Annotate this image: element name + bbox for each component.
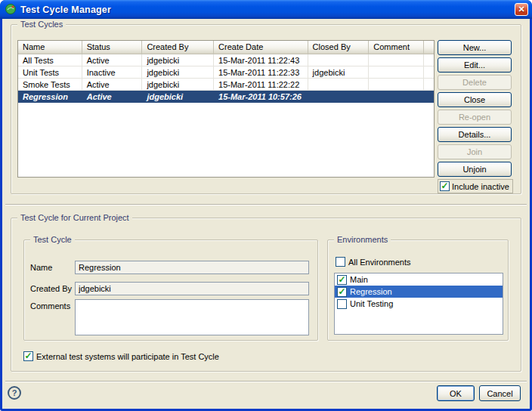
cell-created-by: jdgebicki — [142, 66, 214, 79]
include-inactive-checkbox[interactable]: ✓ Include inactive — [438, 179, 513, 193]
new-button[interactable]: New... — [438, 40, 512, 55]
column-header-closed-by[interactable]: Closed By — [308, 41, 370, 54]
column-header-comment[interactable]: Comment — [369, 41, 424, 54]
table-row[interactable]: Smoke Tests Active jdgebicki 15-Mar-2011… — [18, 79, 434, 91]
current-project-group: Test Cycle for Current Project Test Cycl… — [11, 218, 521, 372]
help-icon: ? — [12, 388, 17, 397]
external-systems-label: External test systems will participate i… — [36, 352, 219, 361]
checkbox-box[interactable]: ✓ — [337, 287, 347, 297]
environments-group-label: Environments — [334, 234, 391, 245]
cell-status: Active — [82, 79, 143, 91]
unjoin-button[interactable]: Unjoin — [438, 162, 512, 177]
test-cycle-detail-group: Test Cycle Name Created By Comments — [23, 239, 318, 341]
check-icon: ✓ — [441, 182, 448, 190]
cell-closed-by — [308, 54, 370, 66]
cell-name: All Tests — [18, 54, 82, 66]
cell-created-by: jdgebicki — [142, 79, 214, 91]
environments-list: ✓ Main ✓ Regression Unit Testing — [334, 273, 503, 335]
checkbox-box: ✓ — [23, 351, 33, 361]
check-icon: ✓ — [24, 352, 32, 360]
external-systems-checkbox[interactable]: ✓ External test systems will participate… — [23, 351, 219, 361]
checkbox-box: ✓ — [440, 181, 450, 191]
table-row[interactable]: All Tests Active jdgebicki 15-Mar-2011 1… — [18, 54, 434, 66]
check-icon: ✓ — [338, 288, 345, 295]
close-button[interactable]: ✕ — [515, 3, 528, 16]
cell-filler — [424, 54, 434, 66]
check-icon: ✓ — [338, 276, 345, 283]
ok-button[interactable]: OK — [437, 385, 475, 401]
current-project-group-label: Test Cycle for Current Project — [17, 212, 132, 223]
table-header-row: Name Status Created By Create Date Close… — [18, 41, 434, 54]
environment-item[interactable]: ✓ Main — [335, 273, 503, 286]
column-header-status[interactable]: Status — [82, 41, 143, 54]
close-cycle-button[interactable]: Close — [438, 92, 512, 107]
cell-created-by: jdgebicki — [142, 54, 214, 66]
environments-group: Environments All Environments ✓ Main ✓ R… — [327, 239, 509, 341]
cell-status: Active — [82, 54, 143, 66]
cell-closed-by: jdgebicki — [308, 66, 370, 79]
checkbox-box — [336, 257, 345, 267]
environment-label: Regression — [350, 287, 392, 296]
all-environments-label: All Environments — [348, 258, 411, 267]
help-button[interactable]: ? — [8, 386, 21, 400]
test-cycles-group: Test Cycles Name Status Created By Creat… — [11, 24, 521, 194]
table-header-corner — [424, 41, 434, 54]
cell-name: Smoke Tests — [18, 79, 82, 91]
name-label: Name — [30, 263, 52, 272]
cell-comment — [369, 66, 424, 79]
environment-label: Unit Testing — [350, 299, 393, 308]
cell-created-by: jdgebicki — [142, 91, 214, 103]
cell-closed-by — [308, 79, 370, 91]
table-row-selected[interactable]: Regression Active jdgebicki 15-Mar-2011 … — [18, 91, 434, 103]
checkbox-box[interactable]: ✓ — [337, 275, 347, 285]
include-inactive-label: Include inactive — [452, 182, 509, 191]
created-by-label: Created By — [30, 284, 72, 293]
test-cycle-detail-group-label: Test Cycle — [30, 234, 75, 245]
cell-create-date: 15-Mar-2011 11:22:33 — [214, 66, 308, 79]
cell-filler — [424, 91, 434, 103]
cell-comment — [369, 91, 424, 103]
cell-filler — [424, 66, 434, 79]
cell-filler — [424, 79, 434, 91]
reopen-button: Re-open — [438, 110, 512, 125]
titlebar[interactable]: Test Cycle Manager ✕ — [0, 0, 532, 19]
cancel-button[interactable]: Cancel — [479, 385, 521, 401]
checkbox-box[interactable] — [337, 299, 347, 309]
comments-field[interactable] — [75, 299, 309, 335]
test-cycles-table: Name Status Created By Create Date Close… — [17, 40, 435, 178]
cell-comment — [369, 54, 424, 66]
dialog-body: Test Cycles Name Status Created By Creat… — [2, 19, 530, 409]
cell-closed-by — [308, 91, 370, 103]
column-header-created-by[interactable]: Created By — [142, 41, 214, 54]
all-environments-checkbox[interactable]: All Environments — [336, 257, 411, 267]
edit-button[interactable]: Edit... — [438, 57, 512, 73]
column-header-create-date[interactable]: Create Date — [214, 41, 308, 54]
cell-name: Regression — [18, 91, 82, 103]
environment-item[interactable]: Unit Testing — [335, 298, 503, 310]
column-header-name[interactable]: Name — [18, 41, 82, 54]
cell-name: Unit Tests — [18, 66, 82, 79]
name-field[interactable] — [75, 261, 309, 274]
details-button[interactable]: Details... — [438, 127, 512, 142]
comments-label: Comments — [30, 301, 70, 311]
cell-status: Active — [82, 91, 143, 103]
cell-create-date: 15-Mar-2011 11:22:22 — [214, 79, 308, 91]
test-cycle-manager-window: Test Cycle Manager ✕ Test Cycles Name St… — [0, 0, 532, 411]
environment-item-selected[interactable]: ✓ Regression — [335, 286, 503, 298]
environment-label: Main — [350, 275, 368, 284]
cell-status: Inactive — [82, 66, 143, 79]
test-cycles-group-label: Test Cycles — [17, 19, 66, 29]
delete-button: Delete — [438, 75, 512, 90]
created-by-field[interactable] — [75, 282, 309, 295]
table-row[interactable]: Unit Tests Inactive jdgebicki 15-Mar-201… — [18, 66, 434, 79]
footer-divider — [5, 381, 527, 382]
cell-create-date: 15-Mar-2011 11:22:43 — [214, 54, 308, 66]
cell-comment — [369, 79, 424, 91]
join-button: Join — [438, 144, 512, 159]
cell-create-date: 15-Mar-2011 10:57:26 — [214, 91, 308, 103]
section-divider — [5, 204, 527, 206]
window-title: Test Cycle Manager — [20, 5, 515, 15]
app-icon — [5, 3, 17, 17]
